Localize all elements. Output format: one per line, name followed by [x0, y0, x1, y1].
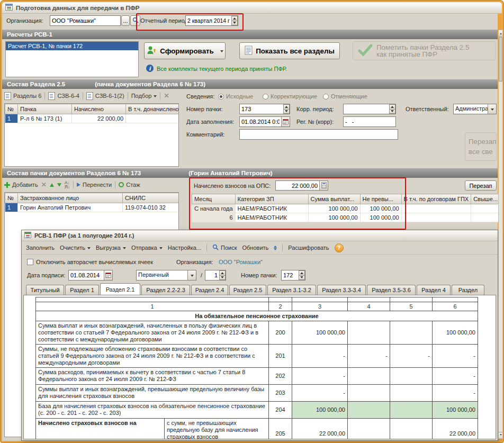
szv64-toolbar-button[interactable]: СЗВ-6-4 — [48, 92, 79, 100]
grid-row-200[interactable]: Сумма выплат и иных вознаграждений, начи… — [36, 321, 478, 345]
grid-row-204[interactable]: База для начисления страховых взносов на… — [36, 402, 478, 419]
sign-date-input[interactable] — [69, 270, 104, 280]
move-up-icon[interactable] — [50, 183, 54, 187]
col-header[interactable]: № — [5, 193, 18, 203]
tab-razdel33-34[interactable]: Раздел 3.3-3.4 — [317, 285, 366, 295]
show-all-sections-button[interactable]: Показать все разделы — [239, 42, 340, 59]
grid-row-205[interactable]: Начислено страховых взносов на с сумм, н… — [36, 419, 478, 440]
rsv-grid[interactable]: 123 456 На обязательное пенсионное страх… — [35, 297, 478, 439]
period-input[interactable] — [186, 16, 231, 25]
corr-period-input[interactable] — [344, 104, 389, 114]
months-table[interactable]: Месяц Категория ЗП Сумма выплат... Не пр… — [192, 194, 501, 222]
col-header[interactable]: В т.ч. доначислено — [126, 104, 179, 114]
grid-row-203[interactable]: Суммы выплат и иных вознаграждений, прев… — [36, 385, 478, 402]
table-row[interactable]: С начала года НАЕМ/РАБОТНИК 100 000,00 1… — [192, 204, 501, 213]
col-header[interactable]: Месяц — [192, 194, 236, 204]
tab-razdel22-23[interactable]: Раздел 2.2-2.3 — [141, 285, 190, 295]
rsv-pack-input[interactable] — [282, 270, 299, 280]
delete-icon[interactable]: ✕ — [41, 182, 47, 188]
reg-number-input[interactable] — [344, 117, 395, 126]
radio-korrektiruyushchie[interactable]: Корректирующие — [263, 93, 317, 100]
col-header[interactable]: Не превы... — [360, 194, 401, 204]
corr-number-input[interactable] — [205, 270, 219, 280]
sort-icon[interactable]: А↓Я↓ — [65, 180, 70, 189]
rsv-org-value[interactable]: ООО "Ромашки" — [219, 259, 263, 265]
ops-input[interactable] — [276, 181, 319, 190]
calc-list[interactable]: Расчет РСВ-1, № пачки 172 — [5, 41, 139, 77]
scroll-down-button[interactable] — [499, 432, 502, 438]
col-header[interactable]: № — [5, 104, 18, 114]
pick-toolbar-button[interactable]: Подбор — [131, 93, 157, 99]
period-spinner[interactable] — [231, 16, 238, 25]
col-header[interactable]: Начислено — [72, 104, 126, 114]
kind-combo[interactable]: Первичный — [136, 270, 196, 281]
settings-button[interactable]: Настройка... — [168, 245, 201, 251]
tab-razdel25[interactable]: Раздел 2.5 — [229, 285, 266, 295]
refresh-button[interactable]: Обновить — [242, 245, 269, 251]
table-row[interactable]: 6 НАЕМ/РАБОТНИК 100 000,00 100 000,00 — [192, 213, 501, 222]
decode-button[interactable]: Расшифровать — [288, 245, 329, 251]
tab-razdel4[interactable]: Раздел 4 — [417, 285, 451, 295]
col-header[interactable]: Застрахованное лицо — [18, 193, 123, 203]
col-header[interactable]: Сумма выплат... — [308, 194, 360, 204]
col-header[interactable]: Категория ЗП — [235, 194, 308, 204]
export-button[interactable]: Выгрузка — [96, 245, 126, 251]
rsv-titlebar[interactable]: РСВ-1 ПФР (за 1 полугодие 2014 г.) — [22, 230, 498, 241]
tab-razdel1[interactable]: Раздел 1 — [65, 285, 99, 295]
tab-razdel24[interactable]: Раздел 2.4 — [191, 285, 228, 295]
col-header[interactable]: Пачка — [18, 104, 72, 114]
generate-button[interactable]: Сформировать — [144, 42, 226, 59]
scroll-up-button[interactable] — [499, 30, 502, 37]
corr-number-spinner[interactable] — [219, 270, 226, 280]
col-header[interactable]: В т.ч. по договорам ГПХ — [401, 194, 471, 204]
add-button[interactable]: Добавить — [4, 182, 38, 188]
tab-razdel31-32[interactable]: Раздел 3.1-3.2 — [267, 285, 316, 295]
comment-input[interactable] — [240, 130, 398, 139]
table-row[interactable]: 1 Горин Анатолий Петрович 119-074-010 32 — [5, 203, 179, 212]
corr-period-spinner[interactable] — [389, 104, 395, 114]
col-header[interactable]: Свыше... — [471, 194, 501, 204]
calculator-button[interactable] — [319, 181, 328, 190]
grid-row-202[interactable]: Сумма расходов, принимаемых к вычету в с… — [36, 368, 478, 385]
transfer-button[interactable]: Перенести — [77, 182, 112, 188]
sort-updown-icon[interactable] — [274, 244, 277, 252]
combo-dropdown-button[interactable] — [187, 270, 196, 280]
combo-dropdown-button[interactable] — [488, 104, 496, 114]
radio-otmenyayushchie[interactable]: Отменяющие — [323, 93, 367, 100]
rsv-pack-spinner[interactable] — [299, 270, 305, 280]
org-open-button[interactable] — [130, 15, 140, 26]
autocalc-checkbox[interactable] — [27, 259, 33, 265]
radio-ishodnye[interactable]: Исходные — [218, 93, 253, 100]
pack-number-spinner[interactable] — [283, 104, 290, 114]
col-header[interactable]: СНИЛС — [123, 193, 179, 203]
tab-razdel35-36[interactable]: Раздел 3.5-3.6 — [367, 285, 416, 295]
refill-button[interactable]: Перезап — [465, 180, 497, 191]
form-scrollbar[interactable] — [498, 30, 503, 439]
fill-date-input[interactable] — [240, 117, 281, 126]
help-icon[interactable]: ? — [335, 243, 344, 252]
org-input[interactable] — [50, 16, 120, 25]
move-down-icon[interactable] — [57, 183, 61, 187]
tab-razdel21[interactable]: Раздел 2.1 — [100, 283, 140, 295]
fill-button[interactable]: Заполнить — [26, 245, 55, 251]
grid-row-201[interactable]: Суммы, не подлежащие обложению страховым… — [36, 345, 478, 368]
pack-number-input[interactable] — [240, 104, 283, 114]
sections6-toolbar-button[interactable]: Разделы 6 — [4, 92, 41, 100]
calendar-button[interactable] — [104, 270, 112, 280]
table-row[interactable]: 1 Р-л 6 № 173 (1) 22 000,00 — [5, 114, 179, 123]
packs-table[interactable]: № Пачка Начислено В т.ч. доначислено 1 Р… — [5, 104, 179, 123]
experience-button[interactable]: Стаж — [119, 182, 140, 188]
tab-razdel-cut[interactable]: Раздел — [452, 285, 484, 295]
org-choose-button[interactable]: ... — [121, 15, 130, 26]
persons-table[interactable]: № Застрахованное лицо СНИЛС 1 Горин Анат… — [5, 193, 179, 212]
calendar-button[interactable] — [281, 117, 290, 126]
send-button[interactable]: Отправка — [131, 245, 163, 251]
responsible-combo[interactable]: Администратор — [453, 104, 497, 114]
clear-button[interactable]: Очистить — [60, 245, 91, 251]
search-button[interactable]: Поиск — [212, 244, 237, 251]
delete-icon[interactable]: ✕ — [164, 93, 169, 99]
szv612-toolbar-button[interactable]: СЗВ-6-1(2) — [86, 92, 124, 100]
calc-list-item-selected[interactable]: Расчет РСВ-1, № пачки 172 — [6, 42, 138, 50]
scroll-thumb[interactable] — [499, 37, 502, 82]
tab-titulny[interactable]: Титульный — [26, 285, 64, 295]
